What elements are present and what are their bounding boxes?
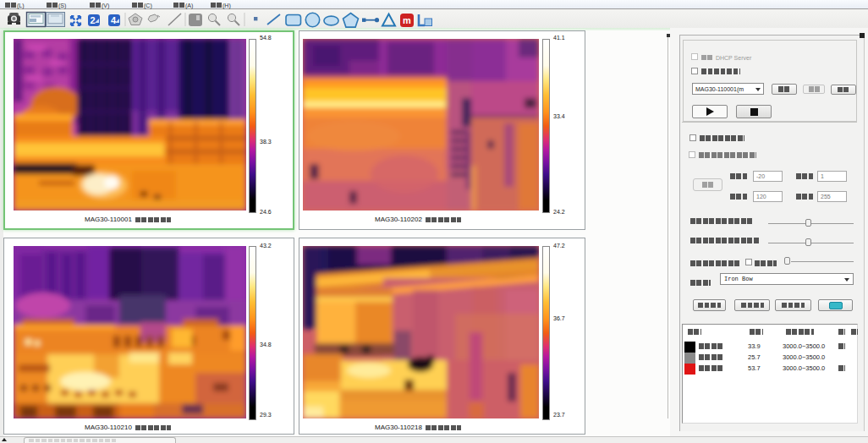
svg-text:4: 4: [111, 15, 117, 25]
svg-text:2: 2: [90, 15, 95, 25]
svg-text:m: m: [403, 15, 411, 25]
